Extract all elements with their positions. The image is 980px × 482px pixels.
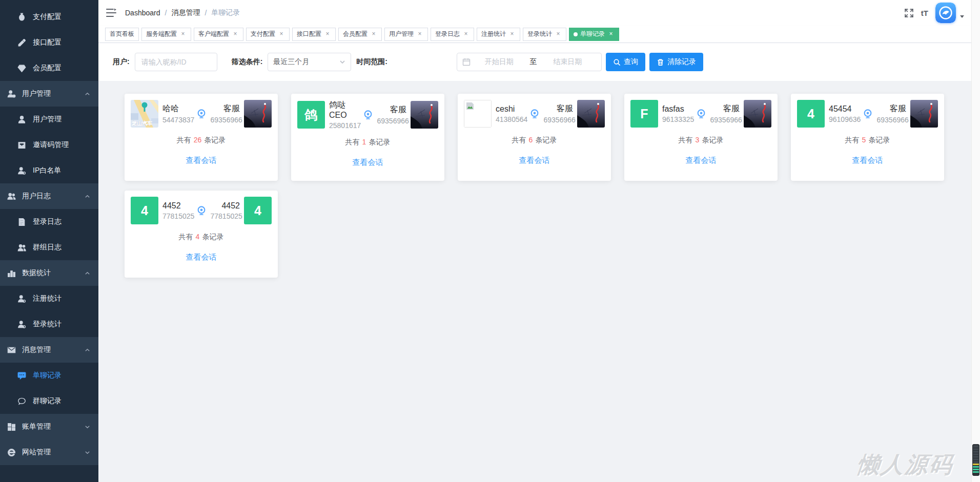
end-date-placeholder[interactable]: 结束日期: [539, 57, 597, 67]
main-area: Dashboard / 消息管理 / 单聊记录 tT 首页看板 服务端配置: [98, 0, 971, 482]
sidebar-item-group-log[interactable]: 群组日志: [0, 235, 98, 260]
sidebar-item-payment-config[interactable]: 支付配置: [0, 4, 98, 30]
view-session-link[interactable]: 查看会话: [630, 156, 771, 165]
clear-records-button[interactable]: 清除记录: [649, 53, 703, 71]
close-icon[interactable]: ×: [370, 31, 377, 38]
record-count-number: 1: [360, 138, 369, 146]
view-session-link[interactable]: 查看会话: [131, 253, 272, 262]
user-id: 69356966: [544, 116, 574, 124]
tab-single-chat-record-active[interactable]: 单聊记录 ×: [569, 28, 619, 41]
close-icon[interactable]: ×: [508, 31, 516, 38]
sidebar-item-single-chat-record[interactable]: 单聊记录: [0, 363, 98, 388]
sidebar-section-bill-management[interactable]: 账单管理: [0, 414, 98, 439]
sidebar-item-label: 群组日志: [33, 243, 62, 252]
fullscreen-icon[interactable]: [904, 8, 914, 18]
user-filter-label: 用户:: [113, 57, 130, 67]
user-badge-icon: [17, 295, 26, 303]
sidebar-section-label: 消息管理: [22, 345, 51, 354]
sidebar-section-website-management[interactable]: 网站管理: [0, 439, 98, 465]
user-id: 77815025: [162, 212, 192, 220]
trash-icon: [657, 58, 664, 66]
record-count: 共有1条记录: [297, 138, 438, 147]
record-count-number: 6: [526, 136, 536, 144]
sidebar-item-label: IP白名单: [33, 166, 61, 175]
tab-member-config[interactable]: 会员配置 ×: [338, 28, 382, 41]
user-menu-caret-icon[interactable]: [960, 15, 964, 18]
session-target-icon: [363, 109, 373, 120]
user-search-input[interactable]: [135, 53, 217, 71]
user-id: 25801617: [329, 121, 359, 130]
chevron-up-icon: [85, 270, 90, 276]
website-e-icon: [7, 448, 16, 457]
page-scrollbar-track[interactable]: [971, 0, 980, 482]
query-button[interactable]: 查询: [606, 53, 645, 71]
tab-login-log[interactable]: 登录日志 ×: [431, 28, 474, 41]
user-id: 69356966: [877, 116, 907, 124]
close-icon[interactable]: ×: [278, 31, 285, 38]
tab-client-config[interactable]: 客户端配置 ×: [194, 28, 243, 41]
sidebar-section-user-management[interactable]: 用户管理: [0, 81, 98, 107]
sidebar-item-user-management[interactable]: 用户管理: [0, 107, 98, 132]
chevron-up-icon: [85, 91, 90, 97]
close-icon[interactable]: ×: [324, 31, 331, 38]
grid-bill-icon: [7, 423, 16, 431]
condition-select[interactable]: 最近三个月: [268, 53, 351, 71]
session-target-icon: [196, 205, 207, 216]
sidebar-item-member-config[interactable]: 会员配置: [0, 55, 98, 81]
close-icon[interactable]: ×: [607, 31, 615, 38]
tab-interface-config[interactable]: 接口配置 ×: [292, 28, 336, 41]
sidebar-collapse-icon[interactable]: [106, 7, 117, 18]
tab-payment-config[interactable]: 支付配置 ×: [246, 28, 290, 41]
tab-dashboard[interactable]: 首页看板: [105, 28, 139, 41]
tab-login-stats[interactable]: 登录统计 ×: [523, 28, 566, 41]
scrollbar-color-widget[interactable]: [972, 444, 979, 476]
start-date-placeholder[interactable]: 开始日期: [471, 57, 528, 67]
user-id: 69356966: [710, 116, 740, 124]
user-avatar[interactable]: [935, 3, 956, 23]
session-target-icon: [863, 108, 873, 119]
close-icon[interactable]: ×: [179, 31, 187, 38]
chevron-down-icon: [339, 59, 345, 65]
close-icon[interactable]: ×: [462, 31, 469, 38]
tab-user-management[interactable]: 用户管理 ×: [384, 28, 428, 41]
sidebar-item-label: 用户管理: [33, 115, 62, 124]
sidebar-item-invite-code[interactable]: 邀请码管理: [0, 132, 98, 158]
record-count: 共有6条记录: [464, 136, 605, 145]
sidebar-item-login-log[interactable]: 登录日志: [0, 209, 98, 235]
date-range-picker[interactable]: 开始日期 至 结束日期: [457, 53, 602, 71]
font-size-icon[interactable]: tT: [921, 9, 928, 17]
record-count: 共有3条记录: [630, 136, 771, 145]
sidebar-item-interface-config[interactable]: 接口配置: [0, 30, 98, 55]
close-icon[interactable]: ×: [555, 31, 562, 38]
view-session-link[interactable]: 查看会话: [131, 156, 272, 165]
user-id: 77815025: [211, 212, 240, 220]
sidebar-item-register-stats[interactable]: 注册统计: [0, 286, 98, 311]
breadcrumb-item[interactable]: 消息管理: [171, 8, 200, 17]
tab-server-config[interactable]: 服务端配置 ×: [141, 28, 191, 41]
close-icon[interactable]: ×: [416, 31, 423, 38]
sidebar-item-group-chat-record[interactable]: 群聊记录: [0, 388, 98, 414]
sidebar-item-ip-whitelist[interactable]: IP白名单: [0, 158, 98, 183]
user-id: 54473837: [162, 116, 192, 124]
breadcrumb-item[interactable]: Dashboard: [125, 9, 160, 17]
view-session-link[interactable]: 查看会话: [797, 156, 938, 165]
tab-register-stats[interactable]: 注册统计 ×: [477, 28, 520, 41]
sidebar-section-label: 用户管理: [22, 89, 51, 98]
map-avatar-caption: 龙山汽车: [131, 120, 153, 126]
sidebar-section-message-management[interactable]: 消息管理: [0, 337, 98, 363]
sidebar-item-label: 支付配置: [33, 12, 62, 22]
sidebar-section-user-log[interactable]: 用户日志: [0, 183, 98, 209]
record-count-number: 3: [693, 136, 702, 144]
watermark-text: 懒人源码: [855, 450, 955, 480]
sidebar-item-login-stats[interactable]: 登录统计: [0, 311, 98, 337]
view-session-link[interactable]: 查看会话: [297, 158, 438, 167]
chevron-up-icon: [85, 347, 90, 353]
sidebar-item-label: 群聊记录: [33, 396, 62, 406]
close-icon[interactable]: ×: [232, 31, 239, 38]
user-name: 鸽哒CEO: [329, 100, 359, 120]
sidebar-section-data-stats[interactable]: 数据统计: [0, 260, 98, 286]
chat-record-card: 龙山汽车 哈哈 54473837 客服 69356966 共有26条记录 查看会…: [125, 94, 278, 181]
chat-bubble-icon: [17, 371, 26, 380]
user-name: 客服: [211, 103, 240, 114]
view-session-link[interactable]: 查看会话: [464, 156, 605, 165]
